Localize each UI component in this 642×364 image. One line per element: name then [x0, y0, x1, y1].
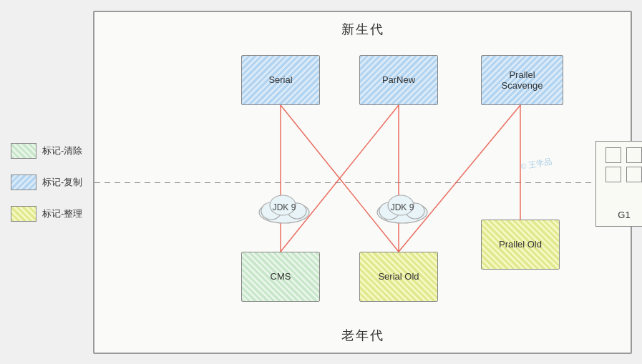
divider-line [94, 182, 631, 183]
g1-cell-4 [626, 167, 642, 182]
legend-label-copy: 标记-复制 [42, 176, 82, 189]
legend-label-compact: 标记-整理 [42, 207, 82, 220]
serial-old-label: Serial Old [378, 271, 419, 282]
watermark: © 王学品 [520, 156, 553, 172]
serial-collector: Serial [241, 55, 320, 105]
jdk9-label-1: JDK 9 [273, 202, 296, 212]
serial-label: Serial [268, 74, 292, 85]
label-new-generation: 新生代 [341, 21, 384, 38]
svg-line-1 [281, 105, 399, 252]
jdk9-label-2: JDK 9 [391, 202, 414, 212]
g1-cell-1 [605, 147, 621, 163]
label-old-generation: 老年代 [341, 327, 384, 344]
g1-grid [605, 147, 642, 182]
g1-collector: G1 [595, 141, 642, 227]
main-container: 标记-清除 标记-复制 标记-整理 新生代 老年代 [0, 0, 642, 364]
diagram-area: 新生代 老年代 Serial ParNew Pr [93, 11, 632, 354]
jdk9-cloud-1: JDK 9 [256, 191, 313, 227]
g1-cell-3 [605, 167, 621, 182]
jdk9-cloud-2: JDK 9 [374, 191, 431, 227]
g1-label: G1 [618, 210, 630, 220]
legend-item-clear: 标记-清除 [11, 143, 93, 159]
legend-label-clear: 标记-清除 [42, 144, 82, 157]
svg-line-2 [281, 105, 399, 252]
legend-icon-compact [11, 206, 37, 222]
prallel-scavenge-collector: Prallel Scavenge [481, 55, 563, 105]
legend-icon-copy [11, 174, 37, 190]
cms-label: CMS [271, 271, 291, 282]
legend-item-copy: 标记-复制 [11, 174, 93, 190]
parnew-label: ParNew [382, 74, 415, 85]
prallel-old-label: Prallel Old [499, 239, 542, 250]
g1-cell-2 [626, 147, 642, 163]
prallel-scavenge-label: Prallel Scavenge [502, 69, 543, 91]
legend-icon-clear [11, 143, 37, 159]
prallel-old-collector: Prallel Old [481, 220, 560, 270]
parnew-collector: ParNew [359, 55, 438, 105]
serial-old-collector: Serial Old [359, 252, 438, 302]
legend: 标记-清除 标记-复制 标记-整理 [0, 143, 93, 222]
cms-collector: CMS [241, 252, 320, 302]
legend-item-compact: 标记-整理 [11, 206, 93, 222]
